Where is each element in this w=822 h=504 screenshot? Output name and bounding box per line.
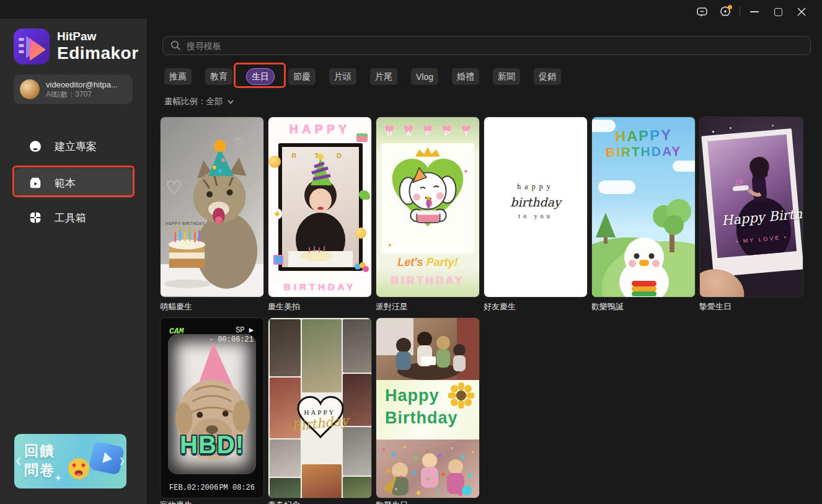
template-card-kids-party[interactable]: Happy Birthday bbox=[376, 317, 480, 498]
birthday-text: BIRTHDAY bbox=[592, 144, 695, 161]
balloons-sticker bbox=[354, 262, 369, 273]
create-project-icon bbox=[29, 139, 42, 153]
template-name: 青春紀念 bbox=[268, 500, 372, 504]
search-icon bbox=[170, 40, 181, 51]
template-name: 歡聚生日 bbox=[376, 500, 480, 504]
cloud-decoration bbox=[598, 180, 635, 194]
collage-photo bbox=[270, 478, 301, 498]
tab-promo[interactable]: 促銷 bbox=[534, 68, 561, 85]
aspect-ratio-filter[interactable]: 畫幅比例：全部 bbox=[164, 96, 234, 107]
tab-birthday[interactable]: 生日 bbox=[246, 68, 275, 85]
user-ai-points: AI點數：3707 bbox=[46, 90, 118, 99]
date-stamp: FEB.02:2006 bbox=[169, 484, 218, 492]
heart-letter: ♥A bbox=[400, 121, 417, 138]
collage-photo bbox=[343, 477, 371, 498]
feedback-bubble-icon[interactable] bbox=[690, 2, 714, 21]
tab-news[interactable]: 新聞 bbox=[493, 68, 520, 85]
cat-illustration bbox=[161, 117, 263, 296]
confetti-photo-bottom bbox=[376, 440, 480, 498]
template-name: 寵物慶生 bbox=[160, 500, 264, 504]
search-bar[interactable] bbox=[162, 36, 811, 55]
sparkle-icon bbox=[55, 475, 61, 481]
birthday-text: BIRTHDAY bbox=[376, 275, 479, 287]
sunflower-icon bbox=[448, 382, 474, 409]
template-card-cat-birthday[interactable]: ♡ ♡ ♡ bbox=[160, 117, 264, 298]
app-logo-icon bbox=[14, 29, 50, 64]
card-inner-panel: ✶✶ bbox=[381, 143, 474, 254]
cake-sticker bbox=[356, 133, 368, 142]
sidebar-item-toolbox[interactable]: 工具箱 bbox=[15, 203, 133, 232]
notification-badge bbox=[728, 5, 732, 9]
party-emoji-sticker bbox=[268, 156, 281, 168]
confetti-decoration bbox=[382, 448, 385, 451]
templates-icon bbox=[29, 176, 42, 190]
cam-label: CAM bbox=[169, 327, 183, 336]
template-name: 慶生美拍 bbox=[268, 301, 372, 312]
titlebar bbox=[147, 0, 822, 24]
sidebar-item-label: 範本 bbox=[55, 176, 76, 190]
minimize-button[interactable] bbox=[743, 2, 766, 21]
dog-illustration: ✶✶ bbox=[381, 143, 474, 252]
collage-photo bbox=[302, 464, 342, 498]
feedback-survey-banner[interactable]: 回饋 問卷 bbox=[14, 434, 126, 489]
timecode: - 00:06:21 bbox=[209, 335, 254, 344]
chevron-down-icon bbox=[228, 100, 234, 104]
kids-confetti-scene bbox=[376, 440, 480, 498]
daisy-sticker bbox=[272, 209, 282, 219]
banner-next-arrow[interactable] bbox=[119, 455, 125, 467]
tab-outro[interactable]: 片尾 bbox=[370, 68, 397, 85]
sidebar-item-create-project[interactable]: 建立專案 bbox=[15, 131, 133, 161]
template-card-hbd-dog[interactable]: CAM SP ▶ - 00:06:21 HBD! FEB.02:2006 PM … bbox=[160, 317, 264, 498]
heart-letter: ♥Y bbox=[457, 121, 475, 138]
birthday-typography: happy birthday to you bbox=[484, 182, 587, 219]
tab-recommended[interactable]: 推薦 bbox=[164, 68, 192, 85]
time-stamp: PM 08:26 bbox=[219, 484, 255, 492]
aspect-ratio-label: 畫幅比例：全部 bbox=[164, 96, 223, 107]
template-name: 歡樂鴨誕 bbox=[591, 301, 696, 312]
heart-letter: ♥H bbox=[381, 121, 398, 138]
brand-name: HitPaw bbox=[57, 30, 139, 43]
template-name: 好友慶生 bbox=[484, 301, 588, 312]
tab-festival[interactable]: 節慶 bbox=[288, 68, 316, 85]
template-card-minimal-birthday[interactable]: happy birthday to you bbox=[484, 117, 588, 298]
template-card-my-love[interactable]: 19 Happy Birthday • MY LOVE • bbox=[699, 117, 803, 298]
template-name: 摯愛生日 bbox=[699, 301, 803, 312]
template-card-party-dog[interactable]: ♥H ♥A ♥P ♥P ♥Y bbox=[376, 117, 480, 298]
dino-sticker bbox=[359, 190, 370, 200]
heart-eyes-emoji bbox=[66, 456, 91, 481]
kids-scene bbox=[376, 318, 480, 380]
template-name: 萌貓慶生 bbox=[160, 301, 264, 312]
search-input[interactable] bbox=[187, 41, 803, 51]
happy-text: HAPPY bbox=[592, 125, 696, 146]
user-card[interactable]: videoeditor@hitpa... AI點數：3707 bbox=[14, 74, 133, 104]
gift-sticker bbox=[273, 255, 283, 265]
lets-party-text: Let's Party! bbox=[376, 256, 479, 269]
tab-intro[interactable]: 片頭 bbox=[329, 68, 356, 85]
maximize-button[interactable] bbox=[766, 2, 790, 21]
kids-photo-top bbox=[376, 318, 480, 380]
tab-education[interactable]: 教育 bbox=[205, 68, 232, 85]
sidebar-item-label: 建立專案 bbox=[55, 139, 97, 154]
collage-photo bbox=[270, 440, 301, 477]
happy-heart-letters: ♥H ♥A ♥P ♥P ♥Y bbox=[376, 121, 479, 138]
template-card-duck[interactable]: HAPPY BIRTHDAY bbox=[591, 117, 696, 298]
cloud-decoration bbox=[673, 161, 696, 172]
tab-wedding[interactable]: 婚禮 bbox=[452, 68, 479, 85]
template-card-friends-collage[interactable]: HAPPY Birthday bbox=[268, 317, 372, 498]
tab-vlog[interactable]: Vlog bbox=[411, 68, 438, 85]
app-window: HitPaw Edimakor videoeditor@hitpa... AI點… bbox=[0, 0, 822, 504]
photo-frame: R T D bbox=[278, 143, 363, 271]
avatar bbox=[20, 79, 40, 99]
birthday-text: BIRTHDAY bbox=[268, 281, 371, 292]
heart-letter: ♥P bbox=[438, 121, 456, 138]
polaroid-frame: 19 bbox=[701, 128, 803, 277]
happy-text: Happy bbox=[385, 386, 440, 405]
template-card-birthday-selfie[interactable]: HAPPY R T D bbox=[268, 117, 372, 298]
toolbox-icon bbox=[29, 211, 42, 224]
candle-number: 19 bbox=[734, 177, 743, 187]
banner-prev-arrow[interactable] bbox=[15, 455, 22, 467]
close-button[interactable] bbox=[790, 2, 813, 21]
points-icon[interactable] bbox=[714, 2, 737, 21]
sidebar: HitPaw Edimakor videoeditor@hitpa... AI點… bbox=[0, 19, 147, 504]
sidebar-item-templates[interactable]: 範本 bbox=[15, 168, 133, 198]
